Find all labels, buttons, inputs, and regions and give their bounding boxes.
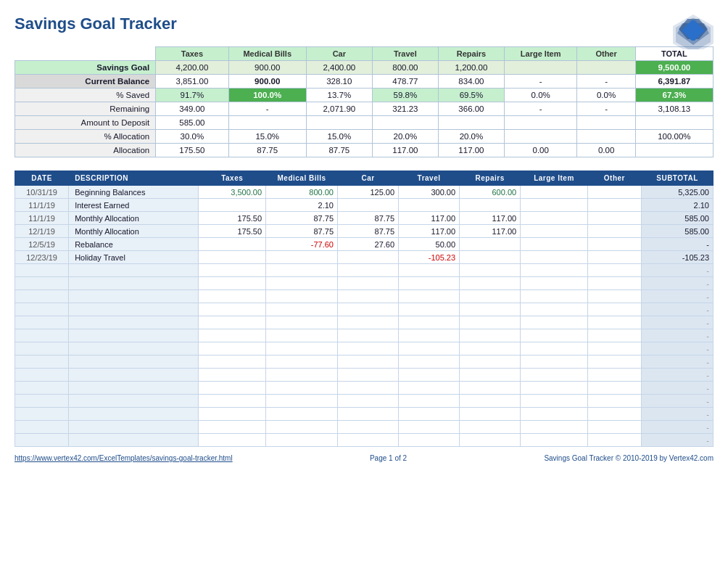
cb-total: 6,391.87 <box>635 75 713 89</box>
sg-other <box>577 61 635 75</box>
ps-medical: 100.0% <box>228 89 306 102</box>
atd-label: Amount to Deposit <box>15 116 156 130</box>
rem-medical: - <box>228 102 306 116</box>
col-car: Car <box>306 47 372 61</box>
rem-total: 3,108.13 <box>635 102 713 116</box>
rem-other: - <box>577 102 635 116</box>
pct-alloc-row: % Allocation 30.0% 15.0% 15.0% 20.0% 20.… <box>15 130 713 144</box>
th-description: DESCRIPTION <box>69 171 199 186</box>
cb-travel: 478.77 <box>372 75 438 89</box>
ps-label: % Saved <box>15 89 156 102</box>
cb-large-item: - <box>504 75 576 89</box>
ps-taxes: 91.7% <box>156 89 228 102</box>
trans-row-0: 10/31/19Beginning Balances3,500.00800.00… <box>15 186 713 199</box>
al-repairs: 117.00 <box>438 144 504 157</box>
atd-travel <box>372 116 438 130</box>
th-large-item: Large Item <box>521 171 588 186</box>
pa-travel: 20.0% <box>372 130 438 144</box>
col-taxes: Taxes <box>156 47 228 61</box>
empty-row-0: - <box>15 264 713 277</box>
empty-row-10: - <box>15 395 713 408</box>
amount-deposit-row: Amount to Deposit 585.00 <box>15 116 713 130</box>
trans-row-4: 12/5/19Rebalance-77.6027.6050.00- <box>15 238 713 251</box>
col-other: Other <box>577 47 635 61</box>
footer-url: https://www.vertex42.com/ExcelTemplates/… <box>15 454 233 462</box>
al-other: 0.00 <box>577 144 635 157</box>
cb-car: 328.10 <box>306 75 372 89</box>
savings-goal-label: Savings Goal <box>15 61 156 75</box>
pa-repairs: 20.0% <box>438 130 504 144</box>
col-travel: Travel <box>372 47 438 61</box>
th-repairs: Repairs <box>460 171 521 186</box>
rem-label: Remaining <box>15 102 156 116</box>
pa-taxes: 30.0% <box>156 130 228 144</box>
rem-car: 2,071.90 <box>306 102 372 116</box>
logo: vertex42 <box>671 13 715 52</box>
empty-row-5: - <box>15 329 713 342</box>
current-balance-row: Current Balance 3,851.00 900.00 328.10 4… <box>15 75 713 89</box>
ps-travel: 59.8% <box>372 89 438 102</box>
ps-repairs: 69.5% <box>438 89 504 102</box>
col-large-item: Large Item <box>504 47 576 61</box>
pa-car: 15.0% <box>306 130 372 144</box>
th-medical: Medical Bills <box>266 171 338 186</box>
al-car: 87.75 <box>306 144 372 157</box>
footer-copyright: Savings Goal Tracker © 2010-2019 by Vert… <box>544 454 713 462</box>
savings-goal-row: Savings Goal 4,200.00 900.00 2,400.00 80… <box>15 61 713 75</box>
pct-saved-row: % Saved 91.7% 100.0% 13.7% 59.8% 69.5% 0… <box>15 89 713 102</box>
atd-taxes: 585.00 <box>156 116 228 130</box>
ps-large-item: 0.0% <box>504 89 576 102</box>
cb-medical: 900.00 <box>228 75 306 89</box>
al-medical: 87.75 <box>228 144 306 157</box>
empty-row-4: - <box>15 316 713 329</box>
pa-label: % Allocation <box>15 130 156 144</box>
rem-repairs: 366.00 <box>438 102 504 116</box>
trans-row-3: 12/1/19Monthly Allocation175.5087.7587.7… <box>15 225 713 238</box>
remaining-row: Remaining 349.00 - 2,071.90 321.23 366.0… <box>15 102 713 116</box>
sg-car: 2,400.00 <box>306 61 372 75</box>
transactions-table: DATE DESCRIPTION Taxes Medical Bills Car… <box>15 170 713 447</box>
col-medical: Medical Bills <box>228 47 306 61</box>
pa-medical: 15.0% <box>228 130 306 144</box>
th-subtotal: SUBTOTAL <box>642 171 713 186</box>
pa-large-item <box>504 130 576 144</box>
trans-row-1: 11/1/19Interest Earned2.102.10 <box>15 199 713 212</box>
atd-total <box>635 116 713 130</box>
al-large-item: 0.00 <box>504 144 576 157</box>
page-title: Savings Goal Tracker <box>15 15 713 33</box>
col-repairs: Repairs <box>438 47 504 61</box>
atd-medical <box>228 116 306 130</box>
al-label: Allocation <box>15 144 156 157</box>
alloc-row: Allocation 175.50 87.75 87.75 117.00 117… <box>15 144 713 157</box>
th-other: Other <box>587 171 641 186</box>
empty-row-6: - <box>15 342 713 356</box>
sg-medical: 900.00 <box>228 61 306 75</box>
th-travel: Travel <box>399 171 460 186</box>
cb-repairs: 834.00 <box>438 75 504 89</box>
th-date: DATE <box>15 171 69 186</box>
empty-row-2: - <box>15 290 713 303</box>
sg-repairs: 1,200.00 <box>438 61 504 75</box>
empty-row-1: - <box>15 277 713 290</box>
empty-row-12: - <box>15 421 713 434</box>
atd-other <box>577 116 635 130</box>
th-taxes: Taxes <box>199 171 266 186</box>
pa-other <box>577 130 635 144</box>
sg-taxes: 4,200.00 <box>156 61 228 75</box>
footer-page: Page 1 of 2 <box>370 454 407 462</box>
empty-row-7: - <box>15 356 713 369</box>
sg-large-item <box>504 61 576 75</box>
sg-travel: 800.00 <box>372 61 438 75</box>
cb-taxes: 3,851.00 <box>156 75 228 89</box>
atd-car <box>306 116 372 130</box>
trans-row-2: 11/1/19Monthly Allocation175.5087.7587.7… <box>15 212 713 225</box>
trans-row-5: 12/23/19Holiday Travel-105.23-105.23 <box>15 251 713 264</box>
empty-row-8: - <box>15 369 713 382</box>
rem-taxes: 349.00 <box>156 102 228 116</box>
ps-car: 13.7% <box>306 89 372 102</box>
al-taxes: 175.50 <box>156 144 228 157</box>
empty-row-11: - <box>15 408 713 421</box>
empty-row-13: - <box>15 434 713 447</box>
al-travel: 117.00 <box>372 144 438 157</box>
cb-label: Current Balance <box>15 75 156 89</box>
